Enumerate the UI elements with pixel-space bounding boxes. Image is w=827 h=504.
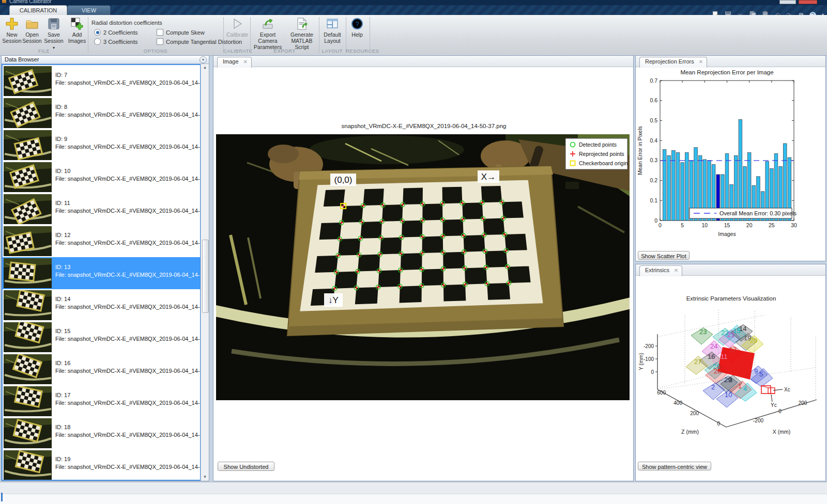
- list-item[interactable]: ID: 17File: snapshot_VRmDC-X-E_#VEM8QX_2…: [3, 385, 200, 417]
- svg-text:10: 10: [725, 391, 732, 399]
- close-icon[interactable]: ✕: [674, 267, 678, 273]
- svg-text:↓Y: ↓Y: [328, 295, 339, 305]
- calibrate-icon: [231, 17, 244, 30]
- calibration-image: (0,0) X→ ↓Y Detected points Reprojected …: [216, 134, 630, 400]
- svg-text:0.1: 0.1: [650, 197, 657, 203]
- status-bar: [0, 482, 827, 504]
- extrinsics-title: Extrinsic Parameters Visualization: [636, 295, 826, 302]
- scrollbar-thumb[interactable]: [202, 240, 209, 313]
- compute-skew-checkbox-control[interactable]: [157, 29, 163, 36]
- list-scrollbar[interactable]: ▲ ▼: [201, 64, 209, 481]
- show-scatter-plot-button[interactable]: Show Scatter Plot: [638, 251, 690, 260]
- list-item[interactable]: ID: 12File: snapshot_VRmDC-X-E_#VEM8QX_2…: [3, 225, 200, 257]
- list-item[interactable]: ID: 10File: snapshot_VRmDC-X-E_#VEM8QX_2…: [3, 161, 200, 193]
- radio-3-coefficients[interactable]: 3 Coefficients: [94, 38, 137, 45]
- svg-text:Checkerboard origin: Checkerboard origin: [579, 160, 628, 166]
- reprojection-tab-strip: Reprojection Errors✕: [636, 56, 825, 67]
- svg-text:-200: -200: [644, 343, 654, 349]
- close-button[interactable]: [799, 0, 817, 4]
- list-item[interactable]: ID: 19File: snapshot_VRmDC-X-E_#VEM8QX_2…: [3, 449, 200, 481]
- ribbon-tab-row: CALIBRATION VIEW ✂ ↶ ↷ ⧉ ? ▲: [0, 5, 827, 15]
- image-filename: File: snapshot_VRmDC-X-E_#VEM8QX_2019-06…: [55, 431, 201, 439]
- save-session-icon: [47, 17, 60, 30]
- image-filename: File: snapshot_VRmDC-X-E_#VEM8QX_2019-06…: [55, 239, 201, 247]
- close-icon[interactable]: ✕: [699, 59, 703, 65]
- image-thumbnail: [4, 386, 52, 416]
- export-camera-parameters-button[interactable]: Export Camera Parameters: [251, 17, 284, 50]
- panel-menu-icon[interactable]: ▼: [200, 56, 207, 64]
- new-session-icon: [5, 17, 19, 30]
- svg-text:Reprojected points: Reprojected points: [579, 151, 624, 157]
- new-session-button[interactable]: New Session: [1, 17, 23, 44]
- svg-text:Yc: Yc: [771, 402, 777, 408]
- image-thumbnail: [4, 162, 52, 192]
- svg-text:(0,0): (0,0): [334, 175, 353, 185]
- calibrate-button[interactable]: Calibrate: [225, 17, 249, 38]
- data-browser-panel: Data Browser ▼ ID: 7File: snapshot_VRmDC…: [1, 55, 209, 481]
- tab-extrinsics[interactable]: Extrinsics✕: [639, 265, 682, 276]
- tab-image[interactable]: Image✕: [217, 57, 252, 68]
- list-item[interactable]: ID: 8File: snapshot_VRmDC-X-E_#VEM8QX_20…: [3, 97, 200, 129]
- maximize-button[interactable]: [779, 0, 796, 4]
- section-label-resources: RESOURCES: [346, 48, 370, 54]
- list-item[interactable]: ID: 13File: snapshot_VRmDC-X-E_#VEM8QX_2…: [3, 257, 200, 289]
- radio-2-coefficients[interactable]: 2 Coefficients: [94, 29, 137, 36]
- svg-text:11: 11: [721, 353, 728, 360]
- tab-view[interactable]: VIEW: [67, 5, 111, 15]
- image-thumbnail: [4, 130, 52, 160]
- image-id: ID: 15: [55, 327, 201, 335]
- scroll-up-icon[interactable]: ▲: [202, 64, 208, 71]
- list-item[interactable]: ID: 15File: snapshot_VRmDC-X-E_#VEM8QX_2…: [3, 321, 200, 353]
- checkbox-compute-skew[interactable]: Compute Skew: [157, 29, 205, 36]
- list-item[interactable]: ID: 9File: snapshot_VRmDC-X-E_#VEM8QX_20…: [3, 129, 200, 161]
- generate-matlab-script-button[interactable]: Generate MATLAB Script: [285, 17, 318, 50]
- checkbox-compute-tangential[interactable]: Compute Tangential Distortion: [157, 38, 242, 45]
- svg-text:-200: -200: [753, 418, 763, 423]
- tab-reprojection-errors[interactable]: Reprojection Errors✕: [639, 57, 707, 68]
- add-images-icon: [70, 17, 84, 30]
- svg-text:Xc: Xc: [784, 387, 790, 392]
- radio-3-coefficients-control[interactable]: [94, 38, 101, 45]
- list-item[interactable]: ID: 11File: snapshot_VRmDC-X-E_#VEM8QX_2…: [3, 193, 200, 225]
- list-item[interactable]: ID: 16File: snapshot_VRmDC-X-E_#VEM8QX_2…: [3, 353, 200, 385]
- compute-tangential-checkbox-control[interactable]: [157, 38, 163, 45]
- extrinsics-tab-strip: Extrinsics✕: [636, 264, 825, 276]
- image-list: ID: 7File: snapshot_VRmDC-X-E_#VEM8QX_20…: [2, 64, 201, 481]
- svg-text:16: 16: [708, 353, 715, 360]
- list-item[interactable]: ID: 7File: snapshot_VRmDC-X-E_#VEM8QX_20…: [3, 65, 200, 97]
- svg-text:-100: -100: [644, 356, 654, 362]
- image-thumbnail: [4, 322, 52, 352]
- origin-label: (0,0): [330, 174, 356, 186]
- add-images-button[interactable]: Add Images: [66, 17, 88, 44]
- scroll-down-icon[interactable]: ▼: [202, 474, 208, 481]
- open-session-button[interactable]: Open Session: [21, 17, 43, 44]
- default-layout-button[interactable]: Default Layout: [320, 17, 345, 44]
- help-button[interactable]: ? Help: [346, 17, 368, 38]
- extrinsics-3d-plot[interactable]: -200-1000Y (mm)6004002000Z (mm)-2000200X…: [636, 306, 825, 461]
- section-label-calibrate: CALIBRATE: [223, 48, 250, 54]
- svg-text:0.4: 0.4: [650, 137, 657, 144]
- save-session-button[interactable]: Save Session ▾: [42, 17, 65, 51]
- radio-2-coefficients-control[interactable]: [94, 29, 101, 36]
- image-filename: File: snapshot_VRmDC-X-E_#VEM8QX_2019-06…: [55, 367, 201, 375]
- svg-text:10: 10: [701, 222, 708, 228]
- svg-text:200: 200: [690, 411, 699, 416]
- reprojection-errors-panel: Reprojection Errors✕ Mean Reprojection E…: [635, 55, 826, 261]
- svg-text:24: 24: [710, 342, 717, 350]
- image-id: ID: 10: [55, 167, 201, 175]
- close-icon[interactable]: ✕: [243, 59, 248, 65]
- list-item[interactable]: ID: 18File: snapshot_VRmDC-X-E_#VEM8QX_2…: [3, 417, 200, 449]
- window-title: Camera Calibrator: [9, 0, 52, 4]
- svg-text:28: 28: [714, 367, 721, 375]
- list-item[interactable]: ID: 14File: snapshot_VRmDC-X-E_#VEM8QX_2…: [3, 289, 200, 321]
- image-panel: Image✕ snapshot_VRmDC-X-E_#VEM8QX_2019-0…: [213, 55, 634, 481]
- show-pattern-centric-button[interactable]: Show pattern-centric view: [638, 462, 711, 470]
- tab-calibration[interactable]: CALIBRATION: [9, 5, 67, 15]
- svg-text:0: 0: [778, 408, 782, 414]
- image-id: ID: 14: [55, 295, 201, 303]
- image-filename: File: snapshot_VRmDC-X-E_#VEM8QX_2019-06…: [55, 207, 201, 215]
- svg-text:0.5: 0.5: [650, 117, 657, 123]
- show-undistorted-button[interactable]: Show Undistorted: [218, 462, 274, 471]
- svg-text:Mean Reprojection Error per Im: Mean Reprojection Error per Image: [680, 69, 773, 75]
- image-id: ID: 16: [55, 359, 201, 367]
